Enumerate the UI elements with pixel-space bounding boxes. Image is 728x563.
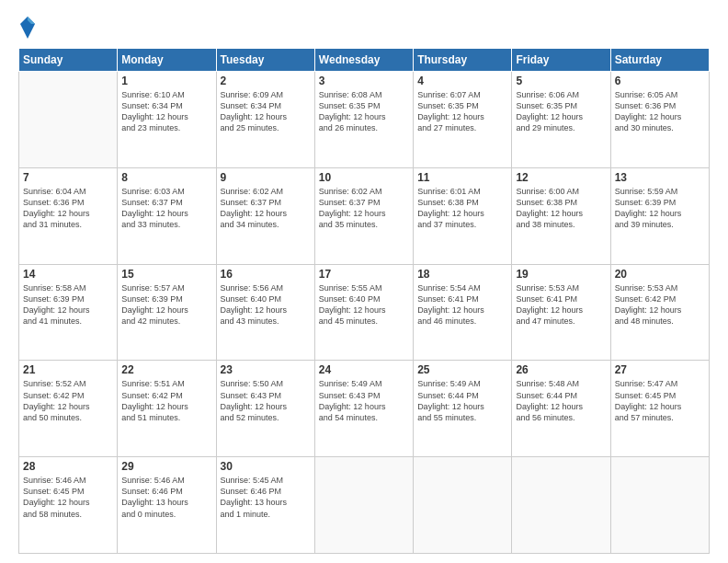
- day-number: 17: [319, 268, 409, 281]
- calendar-cell: [512, 457, 610, 554]
- calendar-cell: [314, 457, 413, 554]
- day-number: 2: [221, 75, 311, 87]
- day-number: 13: [615, 171, 705, 184]
- day-info: Sunrise: 6:03 AM Sunset: 6:37 PM Dayligh…: [121, 186, 211, 231]
- calendar-cell: 6Sunrise: 6:05 AM Sunset: 6:36 PM Daylig…: [610, 72, 709, 168]
- day-info: Sunrise: 6:04 AM Sunset: 6:36 PM Dayligh…: [23, 186, 113, 231]
- calendar-cell: 30Sunrise: 5:45 AM Sunset: 6:46 PM Dayli…: [216, 457, 314, 554]
- calendar-cell: 15Sunrise: 5:57 AM Sunset: 6:39 PM Dayli…: [118, 264, 216, 361]
- calendar-cell: 25Sunrise: 5:49 AM Sunset: 6:44 PM Dayli…: [414, 361, 512, 457]
- day-number: 11: [417, 171, 507, 184]
- calendar-header-row: SundayMondayTuesdayWednesdayThursdayFrid…: [19, 49, 710, 72]
- day-info: Sunrise: 6:09 AM Sunset: 6:34 PM Dayligh…: [221, 89, 311, 134]
- calendar-cell: [19, 72, 118, 168]
- calendar-header-friday: Friday: [512, 49, 610, 72]
- day-info: Sunrise: 5:59 AM Sunset: 6:39 PM Dayligh…: [615, 186, 705, 231]
- day-number: 8: [121, 171, 211, 184]
- calendar-week-3: 14Sunrise: 5:58 AM Sunset: 6:39 PM Dayli…: [19, 264, 710, 361]
- day-number: 7: [23, 171, 113, 184]
- day-number: 18: [417, 268, 507, 281]
- calendar-cell: 9Sunrise: 6:02 AM Sunset: 6:37 PM Daylig…: [216, 167, 314, 264]
- day-info: Sunrise: 6:07 AM Sunset: 6:35 PM Dayligh…: [417, 89, 507, 134]
- day-info: Sunrise: 6:02 AM Sunset: 6:37 PM Dayligh…: [319, 186, 409, 231]
- calendar-cell: 4Sunrise: 6:07 AM Sunset: 6:35 PM Daylig…: [414, 72, 512, 168]
- calendar-cell: 26Sunrise: 5:48 AM Sunset: 6:44 PM Dayli…: [512, 361, 610, 457]
- day-info: Sunrise: 5:56 AM Sunset: 6:40 PM Dayligh…: [221, 282, 311, 327]
- day-number: 30: [221, 460, 311, 473]
- calendar-header-tuesday: Tuesday: [216, 49, 314, 72]
- day-info: Sunrise: 5:47 AM Sunset: 6:45 PM Dayligh…: [615, 378, 705, 423]
- day-number: 24: [319, 363, 409, 376]
- day-info: Sunrise: 6:10 AM Sunset: 6:34 PM Dayligh…: [121, 89, 211, 134]
- logo: [18, 15, 39, 40]
- day-info: Sunrise: 5:51 AM Sunset: 6:42 PM Dayligh…: [121, 378, 211, 423]
- day-number: 5: [516, 75, 606, 87]
- calendar-header-sunday: Sunday: [19, 49, 118, 72]
- calendar-cell: 1Sunrise: 6:10 AM Sunset: 6:34 PM Daylig…: [118, 72, 216, 168]
- day-number: 4: [417, 75, 507, 87]
- calendar-header-saturday: Saturday: [610, 49, 709, 72]
- calendar-cell: 16Sunrise: 5:56 AM Sunset: 6:40 PM Dayli…: [216, 264, 314, 361]
- day-info: Sunrise: 5:49 AM Sunset: 6:44 PM Dayligh…: [417, 378, 507, 423]
- day-number: 29: [121, 460, 211, 473]
- day-info: Sunrise: 5:58 AM Sunset: 6:39 PM Dayligh…: [23, 282, 113, 327]
- calendar-cell: 7Sunrise: 6:04 AM Sunset: 6:36 PM Daylig…: [19, 167, 118, 264]
- day-info: Sunrise: 5:48 AM Sunset: 6:44 PM Dayligh…: [516, 378, 606, 423]
- calendar-cell: 17Sunrise: 5:55 AM Sunset: 6:40 PM Dayli…: [314, 264, 413, 361]
- day-number: 25: [417, 363, 507, 376]
- day-info: Sunrise: 6:02 AM Sunset: 6:37 PM Dayligh…: [221, 186, 311, 231]
- day-info: Sunrise: 6:05 AM Sunset: 6:36 PM Dayligh…: [615, 89, 705, 134]
- day-number: 27: [615, 363, 705, 376]
- calendar-cell: 11Sunrise: 6:01 AM Sunset: 6:38 PM Dayli…: [414, 167, 512, 264]
- day-number: 21: [23, 363, 113, 376]
- day-number: 1: [121, 75, 211, 87]
- day-number: 23: [221, 363, 311, 376]
- day-number: 9: [221, 171, 311, 184]
- day-info: Sunrise: 5:45 AM Sunset: 6:46 PM Dayligh…: [221, 475, 311, 520]
- calendar-cell: 3Sunrise: 6:08 AM Sunset: 6:35 PM Daylig…: [314, 72, 413, 168]
- calendar-cell: [414, 457, 512, 554]
- day-number: 6: [615, 75, 705, 87]
- calendar-cell: 24Sunrise: 5:49 AM Sunset: 6:43 PM Dayli…: [314, 361, 413, 457]
- header: [18, 15, 710, 40]
- calendar-week-2: 7Sunrise: 6:04 AM Sunset: 6:36 PM Daylig…: [19, 167, 710, 264]
- day-info: Sunrise: 5:53 AM Sunset: 6:42 PM Dayligh…: [615, 282, 705, 327]
- day-info: Sunrise: 5:54 AM Sunset: 6:41 PM Dayligh…: [417, 282, 507, 327]
- calendar-cell: 22Sunrise: 5:51 AM Sunset: 6:42 PM Dayli…: [118, 361, 216, 457]
- page: SundayMondayTuesdayWednesdayThursdayFrid…: [0, 0, 728, 563]
- day-number: 15: [121, 268, 211, 281]
- day-number: 12: [516, 171, 606, 184]
- day-info: Sunrise: 5:46 AM Sunset: 6:46 PM Dayligh…: [121, 475, 211, 520]
- calendar-header-wednesday: Wednesday: [314, 49, 413, 72]
- calendar-week-4: 21Sunrise: 5:52 AM Sunset: 6:42 PM Dayli…: [19, 361, 710, 457]
- calendar-header-thursday: Thursday: [414, 49, 512, 72]
- day-info: Sunrise: 5:57 AM Sunset: 6:39 PM Dayligh…: [121, 282, 211, 327]
- day-number: 16: [221, 268, 311, 281]
- calendar-cell: 10Sunrise: 6:02 AM Sunset: 6:37 PM Dayli…: [314, 167, 413, 264]
- calendar-cell: 19Sunrise: 5:53 AM Sunset: 6:41 PM Dayli…: [512, 264, 610, 361]
- calendar-cell: 29Sunrise: 5:46 AM Sunset: 6:46 PM Dayli…: [118, 457, 216, 554]
- calendar-cell: 13Sunrise: 5:59 AM Sunset: 6:39 PM Dayli…: [610, 167, 709, 264]
- day-number: 19: [516, 268, 606, 281]
- calendar-cell: 2Sunrise: 6:09 AM Sunset: 6:34 PM Daylig…: [216, 72, 314, 168]
- calendar-cell: 23Sunrise: 5:50 AM Sunset: 6:43 PM Dayli…: [216, 361, 314, 457]
- logo-icon: [18, 15, 37, 40]
- day-info: Sunrise: 6:01 AM Sunset: 6:38 PM Dayligh…: [417, 186, 507, 231]
- calendar-table: SundayMondayTuesdayWednesdayThursdayFrid…: [18, 48, 710, 554]
- day-number: 20: [615, 268, 705, 281]
- day-info: Sunrise: 6:08 AM Sunset: 6:35 PM Dayligh…: [319, 89, 409, 134]
- day-number: 28: [23, 460, 113, 473]
- day-info: Sunrise: 6:00 AM Sunset: 6:38 PM Dayligh…: [516, 186, 606, 231]
- day-info: Sunrise: 6:06 AM Sunset: 6:35 PM Dayligh…: [516, 89, 606, 134]
- day-info: Sunrise: 5:53 AM Sunset: 6:41 PM Dayligh…: [516, 282, 606, 327]
- day-info: Sunrise: 5:46 AM Sunset: 6:45 PM Dayligh…: [23, 475, 113, 520]
- day-number: 14: [23, 268, 113, 281]
- calendar-cell: 21Sunrise: 5:52 AM Sunset: 6:42 PM Dayli…: [19, 361, 118, 457]
- day-number: 10: [319, 171, 409, 184]
- calendar-cell: 14Sunrise: 5:58 AM Sunset: 6:39 PM Dayli…: [19, 264, 118, 361]
- day-info: Sunrise: 5:50 AM Sunset: 6:43 PM Dayligh…: [221, 378, 311, 423]
- day-number: 22: [121, 363, 211, 376]
- calendar-cell: 27Sunrise: 5:47 AM Sunset: 6:45 PM Dayli…: [610, 361, 709, 457]
- day-info: Sunrise: 5:55 AM Sunset: 6:40 PM Dayligh…: [319, 282, 409, 327]
- calendar-cell: 8Sunrise: 6:03 AM Sunset: 6:37 PM Daylig…: [118, 167, 216, 264]
